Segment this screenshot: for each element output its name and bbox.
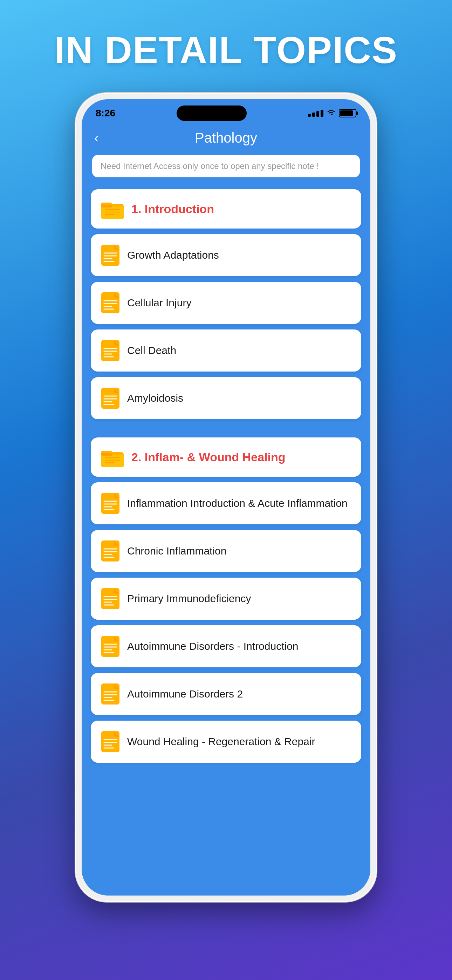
status-time: 8:26 [95,108,115,119]
doc-icon [100,492,120,514]
topic-label: Cell Death [127,344,176,358]
doc-icon [100,540,120,562]
topic-item-growth-adaptations[interactable]: Growth Adaptations [91,234,361,276]
back-button[interactable]: ‹ [94,131,112,145]
topic-item-primary-immunodeficiency[interactable]: Primary Immunodeficiency [91,578,361,620]
topic-label: Cellular Injury [127,296,191,310]
doc-icon [100,339,120,362]
doc-icon [100,683,120,705]
wifi-icon [326,108,336,118]
topic-item-inflammation-intro[interactable]: Inflammation Introduction & Acute Inflam… [91,482,361,524]
doc-icon [100,244,120,266]
doc-icon [100,730,120,753]
signal-icon [308,110,323,117]
status-bar: 8:26 [82,99,370,124]
folder-icon [100,199,124,219]
doc-icon [100,587,120,610]
status-icons [308,108,357,118]
topic-label: Autoimmune Disorders - Introduction [127,639,299,654]
doc-icon [100,292,120,314]
dynamic-island [177,105,247,121]
doc-icon [100,387,120,409]
topic-item-cellular-injury[interactable]: Cellular Injury [91,282,361,324]
topic-item-cell-death[interactable]: Cell Death [91,329,361,372]
topic-item-autoimmune-intro[interactable]: Autoimmune Disorders - Introduction [91,625,361,667]
folder-icon [100,447,124,467]
section-header-2[interactable]: 2. Inflam- & Wound Healing [91,438,361,477]
topic-label: Chronic Inflammation [127,544,226,558]
phone-frame: 8:26 [75,93,377,902]
nav-bar: ‹ Pathology [82,124,370,151]
nav-title: Pathology [112,130,340,146]
topic-label: Wound Healing - Regeneration & Repair [127,735,315,749]
topic-item-wound-healing[interactable]: Wound Healing - Regeneration & Repair [91,721,361,763]
topic-label: Amyloidosis [127,391,183,406]
topic-label: Autoimmune Disorders 2 [127,687,243,702]
search-container: Need Internet Access only once to open a… [82,151,370,185]
phone-screen: 8:26 [82,99,370,896]
topic-item-autoimmune-2[interactable]: Autoimmune Disorders 2 [91,673,361,715]
doc-icon [100,635,120,657]
content-list: 1. Introduction [82,185,370,768]
topic-label: Primary Immunodeficiency [127,592,251,606]
app-content: ‹ Pathology Need Internet Access only on… [82,124,370,896]
section-header-1[interactable]: 1. Introduction [91,189,361,229]
section-1-label: 1. Introduction [131,202,214,216]
topic-label: Inflammation Introduction & Acute Inflam… [127,496,348,511]
battery-icon [339,109,357,118]
topic-label: Growth Adaptations [127,248,219,262]
topic-item-chronic-inflammation[interactable]: Chronic Inflammation [91,530,361,572]
page-title: IN DETAIL TOPICS [54,28,398,72]
topic-item-amyloidosis[interactable]: Amyloidosis [91,377,361,419]
search-bar[interactable]: Need Internet Access only once to open a… [92,155,360,177]
section-2-label: 2. Inflam- & Wound Healing [131,450,286,464]
search-placeholder: Need Internet Access only once to open a… [100,161,319,171]
section-spacer [91,425,361,432]
